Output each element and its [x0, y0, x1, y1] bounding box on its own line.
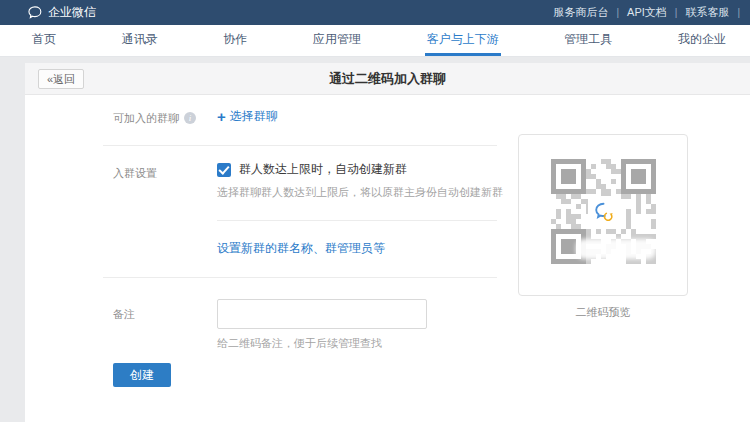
- auto-create-row: 群人数达上限时，自动创建新群: [217, 161, 407, 178]
- nav-item-collaboration[interactable]: 协作: [221, 25, 249, 56]
- qr-preview-panel: [518, 134, 688, 296]
- remark-label: 备注: [113, 306, 135, 322]
- nav-item-my-company[interactable]: 我的企业: [676, 25, 728, 56]
- app-logo: 企业微信: [28, 4, 96, 21]
- nav-item-app-management[interactable]: 应用管理: [311, 25, 363, 56]
- nav-item-contacts[interactable]: 通讯录: [120, 25, 160, 56]
- api-docs-link[interactable]: API文档: [627, 5, 667, 20]
- provider-console-link[interactable]: 服务商后台: [553, 5, 608, 20]
- join-settings-label: 入群设置: [113, 165, 157, 181]
- auto-create-checkbox[interactable]: [217, 163, 231, 177]
- qr-center-logo-icon: [588, 196, 619, 227]
- create-button[interactable]: 创建: [113, 363, 171, 387]
- nav-item-home[interactable]: 首页: [30, 25, 58, 56]
- divider: [103, 277, 497, 278]
- select-group-action[interactable]: + 选择群聊: [217, 108, 278, 125]
- qr-blurred-area: [576, 239, 656, 259]
- nav-item-customers[interactable]: 客户与上下游: [425, 25, 501, 56]
- wechat-work-bubble-icon: [28, 6, 43, 19]
- new-group-config-link[interactable]: 设置新群的群名称、群管理员等: [217, 240, 385, 257]
- joinable-groups-label: 可加入的群聊i: [113, 110, 196, 126]
- remark-hint: 给二维码备注，便于后续管理查找: [217, 336, 382, 351]
- back-button[interactable]: «返回: [38, 69, 84, 89]
- qr-caption: 二维码预览: [518, 305, 688, 320]
- remark-input[interactable]: [217, 299, 427, 329]
- select-group-link[interactable]: 选择群聊: [230, 108, 278, 125]
- main-card: «返回 通过二维码加入群聊 可加入的群聊i + 选择群聊 入群设置 群人数达上限…: [25, 63, 750, 422]
- separator: |: [737, 7, 740, 18]
- separator: |: [616, 7, 619, 18]
- qr-position-marker: [551, 159, 586, 194]
- divider: [103, 145, 497, 146]
- plus-icon: +: [217, 110, 226, 124]
- topbar: 企业微信 服务商后台 | API文档 | 联系客服 |: [0, 0, 750, 25]
- screen: 企业微信 服务商后台 | API文档 | 联系客服 | 首页 通讯录 协作 应用…: [0, 0, 750, 422]
- card-header: «返回 通过二维码加入群聊: [25, 63, 750, 95]
- app-title: 企业微信: [48, 4, 96, 21]
- topbar-links: 服务商后台 | API文档 | 联系客服 |: [553, 5, 748, 20]
- info-icon[interactable]: i: [184, 112, 196, 124]
- contact-support-link[interactable]: 联系客服: [685, 5, 729, 20]
- card-body: 可加入的群聊i + 选择群聊 入群设置 群人数达上限时，自动创建新群 选择群聊群…: [25, 95, 750, 422]
- page-title: 通过二维码加入群聊: [25, 63, 750, 95]
- main-nav: 首页 通讯录 协作 应用管理 客户与上下游 管理工具 我的企业: [0, 25, 750, 57]
- content-area: «返回 通过二维码加入群聊 可加入的群聊i + 选择群聊 入群设置 群人数达上限…: [0, 57, 750, 422]
- separator: |: [675, 7, 678, 18]
- auto-create-description: 选择群聊群人数达到上限后，将以原群主身份自动创建新群: [217, 185, 503, 200]
- divider: [217, 220, 497, 221]
- nav-item-admin-tools[interactable]: 管理工具: [562, 25, 614, 56]
- auto-create-label: 群人数达上限时，自动创建新群: [239, 161, 407, 178]
- qr-position-marker: [621, 159, 656, 194]
